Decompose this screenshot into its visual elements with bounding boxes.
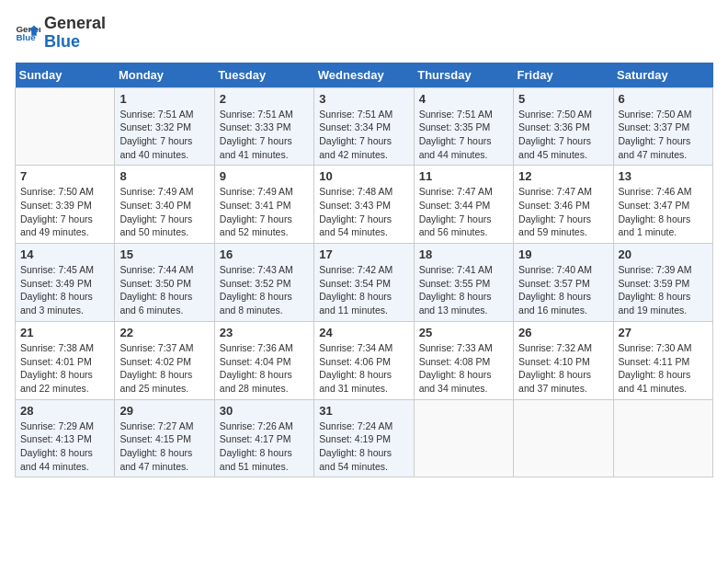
- header: General Blue General Blue: [15, 15, 713, 52]
- day-info: Sunrise: 7:49 AMSunset: 3:41 PMDaylight:…: [220, 185, 309, 239]
- day-number: 22: [119, 326, 209, 339]
- day-number: 2: [220, 92, 309, 106]
- day-info: Sunrise: 7:48 AMSunset: 3:43 PMDaylight:…: [319, 185, 408, 239]
- day-cell: 31Sunrise: 7:24 AMSunset: 4:19 PMDayligh…: [314, 399, 414, 477]
- day-info: Sunrise: 7:32 AMSunset: 4:10 PMDaylight:…: [518, 341, 608, 396]
- day-number: 7: [20, 169, 109, 183]
- day-info: Sunrise: 7:24 AMSunset: 4:19 PMDaylight:…: [319, 419, 408, 474]
- day-number: 3: [319, 92, 408, 106]
- day-cell: [514, 399, 613, 477]
- week-row-5: 28Sunrise: 7:29 AMSunset: 4:13 PMDayligh…: [16, 399, 713, 477]
- week-row-4: 21Sunrise: 7:38 AMSunset: 4:01 PMDayligh…: [16, 321, 713, 399]
- day-number: 30: [220, 404, 309, 418]
- week-row-2: 7Sunrise: 7:50 AMSunset: 3:39 PMDaylight…: [16, 166, 713, 244]
- day-number: 11: [419, 169, 508, 183]
- day-cell: 1Sunrise: 7:51 AMSunset: 3:32 PMDaylight…: [115, 87, 214, 166]
- day-header-monday: Monday: [115, 63, 214, 88]
- day-number: 26: [518, 326, 608, 339]
- day-cell: 27Sunrise: 7:30 AMSunset: 4:11 PMDayligh…: [613, 321, 712, 399]
- day-number: 25: [419, 326, 508, 339]
- day-number: 29: [119, 404, 209, 418]
- day-number: 5: [518, 92, 608, 106]
- day-number: 8: [119, 169, 209, 183]
- day-cell: 10Sunrise: 7:48 AMSunset: 3:43 PMDayligh…: [314, 166, 414, 244]
- day-cell: 13Sunrise: 7:46 AMSunset: 3:47 PMDayligh…: [613, 166, 712, 244]
- day-info: Sunrise: 7:44 AMSunset: 3:50 PMDaylight:…: [119, 263, 209, 317]
- day-number: 6: [619, 92, 708, 106]
- day-info: Sunrise: 7:38 AMSunset: 4:01 PMDaylight:…: [20, 341, 109, 396]
- day-info: Sunrise: 7:50 AMSunset: 3:36 PMDaylight:…: [518, 108, 608, 162]
- day-info: Sunrise: 7:51 AMSunset: 3:34 PMDaylight:…: [319, 108, 408, 162]
- day-cell: 5Sunrise: 7:50 AMSunset: 3:36 PMDaylight…: [514, 87, 613, 166]
- day-info: Sunrise: 7:50 AMSunset: 3:39 PMDaylight:…: [20, 185, 109, 239]
- day-number: 18: [419, 247, 508, 261]
- day-cell: 26Sunrise: 7:32 AMSunset: 4:10 PMDayligh…: [514, 321, 613, 399]
- day-cell: 17Sunrise: 7:42 AMSunset: 3:54 PMDayligh…: [314, 244, 414, 322]
- day-header-thursday: Thursday: [414, 63, 513, 88]
- day-number: 1: [119, 92, 209, 106]
- day-number: 27: [619, 326, 708, 339]
- day-info: Sunrise: 7:50 AMSunset: 3:37 PMDaylight:…: [619, 108, 708, 162]
- week-row-3: 14Sunrise: 7:45 AMSunset: 3:49 PMDayligh…: [16, 244, 713, 322]
- day-cell: 11Sunrise: 7:47 AMSunset: 3:44 PMDayligh…: [414, 166, 513, 244]
- day-info: Sunrise: 7:47 AMSunset: 3:46 PMDaylight:…: [518, 185, 608, 239]
- day-info: Sunrise: 7:47 AMSunset: 3:44 PMDaylight:…: [419, 185, 508, 239]
- day-cell: 6Sunrise: 7:50 AMSunset: 3:37 PMDaylight…: [613, 87, 712, 166]
- day-number: 28: [20, 404, 109, 418]
- day-header-saturday: Saturday: [613, 63, 712, 88]
- day-number: 17: [319, 247, 408, 261]
- day-number: 12: [518, 169, 608, 183]
- day-info: Sunrise: 7:42 AMSunset: 3:54 PMDaylight:…: [319, 263, 408, 317]
- day-info: Sunrise: 7:34 AMSunset: 4:06 PMDaylight:…: [319, 341, 408, 396]
- header-row: SundayMondayTuesdayWednesdayThursdayFrid…: [16, 63, 713, 88]
- day-info: Sunrise: 7:46 AMSunset: 3:47 PMDaylight:…: [619, 185, 708, 239]
- day-info: Sunrise: 7:33 AMSunset: 4:08 PMDaylight:…: [419, 341, 508, 396]
- day-number: 14: [20, 247, 109, 261]
- day-number: 23: [220, 326, 309, 339]
- day-number: 20: [619, 247, 708, 261]
- day-info: Sunrise: 7:39 AMSunset: 3:59 PMDaylight:…: [619, 263, 708, 317]
- day-cell: [414, 399, 513, 477]
- day-info: Sunrise: 7:41 AMSunset: 3:55 PMDaylight:…: [419, 263, 508, 317]
- day-number: 19: [518, 247, 608, 261]
- logo-icon: General Blue: [15, 20, 40, 46]
- day-number: 31: [319, 404, 408, 418]
- day-cell: 25Sunrise: 7:33 AMSunset: 4:08 PMDayligh…: [414, 321, 513, 399]
- day-header-wednesday: Wednesday: [314, 63, 414, 88]
- day-info: Sunrise: 7:51 AMSunset: 3:35 PMDaylight:…: [419, 108, 508, 162]
- logo: General Blue General Blue: [15, 15, 106, 52]
- day-cell: 30Sunrise: 7:26 AMSunset: 4:17 PMDayligh…: [214, 399, 313, 477]
- day-number: 16: [220, 247, 309, 261]
- day-number: 4: [419, 92, 508, 106]
- day-cell: 28Sunrise: 7:29 AMSunset: 4:13 PMDayligh…: [16, 399, 115, 477]
- day-info: Sunrise: 7:36 AMSunset: 4:04 PMDaylight:…: [220, 341, 309, 396]
- logo-text: General Blue: [44, 15, 106, 52]
- day-number: 15: [119, 247, 209, 261]
- day-cell: 8Sunrise: 7:49 AMSunset: 3:40 PMDaylight…: [115, 166, 214, 244]
- day-number: 9: [220, 169, 309, 183]
- day-cell: [613, 399, 712, 477]
- day-cell: 3Sunrise: 7:51 AMSunset: 3:34 PMDaylight…: [314, 87, 414, 166]
- day-info: Sunrise: 7:51 AMSunset: 3:33 PMDaylight:…: [220, 108, 309, 162]
- day-header-sunday: Sunday: [16, 63, 115, 88]
- day-cell: 22Sunrise: 7:37 AMSunset: 4:02 PMDayligh…: [115, 321, 214, 399]
- day-cell: 21Sunrise: 7:38 AMSunset: 4:01 PMDayligh…: [16, 321, 115, 399]
- day-cell: 29Sunrise: 7:27 AMSunset: 4:15 PMDayligh…: [115, 399, 214, 477]
- day-cell: 23Sunrise: 7:36 AMSunset: 4:04 PMDayligh…: [214, 321, 313, 399]
- day-cell: [16, 87, 115, 166]
- day-cell: 15Sunrise: 7:44 AMSunset: 3:50 PMDayligh…: [115, 244, 214, 322]
- day-info: Sunrise: 7:26 AMSunset: 4:17 PMDaylight:…: [220, 419, 309, 474]
- day-cell: 2Sunrise: 7:51 AMSunset: 3:33 PMDaylight…: [214, 87, 313, 166]
- day-cell: 7Sunrise: 7:50 AMSunset: 3:39 PMDaylight…: [16, 166, 115, 244]
- day-cell: 16Sunrise: 7:43 AMSunset: 3:52 PMDayligh…: [214, 244, 313, 322]
- day-header-tuesday: Tuesday: [214, 63, 313, 88]
- day-info: Sunrise: 7:30 AMSunset: 4:11 PMDaylight:…: [619, 341, 708, 396]
- day-cell: 14Sunrise: 7:45 AMSunset: 3:49 PMDayligh…: [16, 244, 115, 322]
- day-number: 10: [319, 169, 408, 183]
- day-number: 24: [319, 326, 408, 339]
- day-info: Sunrise: 7:29 AMSunset: 4:13 PMDaylight:…: [20, 419, 109, 474]
- day-info: Sunrise: 7:40 AMSunset: 3:57 PMDaylight:…: [518, 263, 608, 317]
- day-info: Sunrise: 7:45 AMSunset: 3:49 PMDaylight:…: [20, 263, 109, 317]
- day-cell: 20Sunrise: 7:39 AMSunset: 3:59 PMDayligh…: [613, 244, 712, 322]
- day-info: Sunrise: 7:37 AMSunset: 4:02 PMDaylight:…: [119, 341, 209, 396]
